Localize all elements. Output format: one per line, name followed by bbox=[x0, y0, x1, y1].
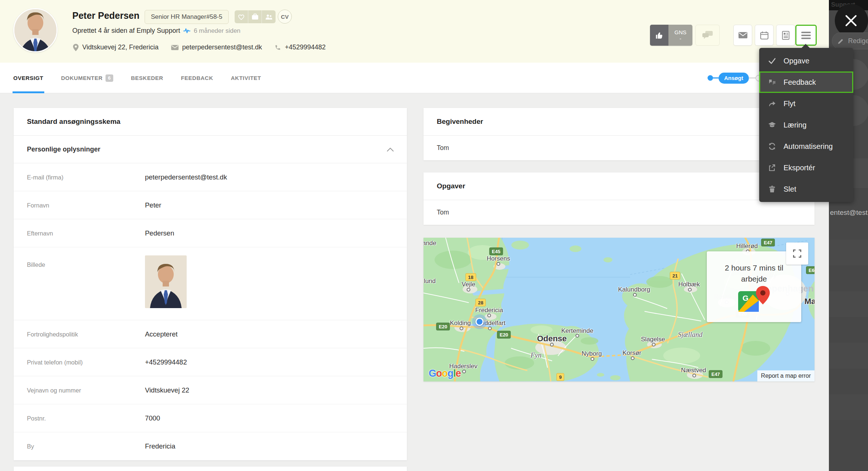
role-badge: Senior HR Manager#58-5 bbox=[145, 10, 229, 24]
export-icon bbox=[768, 164, 776, 171]
map-fullscreen-button[interactable] bbox=[786, 243, 808, 265]
close-panel-button[interactable] bbox=[841, 10, 861, 31]
heart-icon bbox=[238, 14, 245, 20]
pencil-icon bbox=[837, 38, 844, 45]
chat-button[interactable] bbox=[695, 25, 720, 46]
map-road-badge: E47 bbox=[761, 238, 775, 246]
hamburger-icon bbox=[801, 32, 811, 39]
cv-badge[interactable]: CV bbox=[278, 10, 292, 24]
field-row: Vejnavn og nummer Vidtskuevej 22 bbox=[14, 376, 407, 404]
field-row: E-mail (firma) peterpedersentest@test.dk bbox=[14, 163, 407, 191]
map-pin-icon bbox=[756, 286, 770, 304]
map-label: Sjælland bbox=[678, 331, 703, 339]
send-email-button[interactable] bbox=[733, 25, 752, 46]
tab-aktivitet[interactable]: AKTIVITET bbox=[231, 63, 261, 93]
chevron-up-icon bbox=[387, 147, 394, 151]
map-label: Fredericia bbox=[475, 307, 503, 314]
trash-icon bbox=[768, 185, 776, 193]
briefcase-icon bbox=[252, 14, 259, 20]
map-city-marker bbox=[462, 370, 466, 373]
field-row: Fornavn Peter bbox=[14, 191, 407, 219]
gns-score-button[interactable]: GNS - bbox=[668, 25, 692, 46]
field-row-photo: Billede bbox=[14, 247, 407, 320]
activity-time: 6 måneder siden bbox=[194, 27, 241, 35]
menu-item-eksporter[interactable]: Eksportér bbox=[759, 157, 853, 178]
page-title: Peter Pedersen bbox=[72, 10, 139, 21]
dimmed-row bbox=[829, 291, 868, 317]
map-label: lund bbox=[424, 278, 436, 285]
job-button[interactable] bbox=[248, 10, 262, 23]
menu-item-flyt[interactable]: Flyt bbox=[759, 93, 853, 114]
map-city-marker bbox=[633, 293, 637, 297]
favorite-button[interactable] bbox=[235, 10, 248, 23]
notes-button[interactable] bbox=[776, 25, 795, 46]
events-card-title: Begivenheder bbox=[423, 108, 815, 136]
field-row: Fortrolighedspolitik Accepteret bbox=[14, 320, 407, 348]
thumbs-up-button[interactable] bbox=[650, 25, 668, 46]
map-report-link[interactable]: Report a map error bbox=[757, 370, 815, 381]
map-road-badge: E20 bbox=[497, 331, 511, 339]
document-icon bbox=[782, 31, 789, 40]
map-label: Slagelse bbox=[641, 336, 665, 343]
map-city-marker bbox=[591, 357, 594, 361]
tab-bar: OVERSIGT DOKUMENTER6 BESKEDER FEEDBACK A… bbox=[0, 63, 829, 93]
avatar[interactable] bbox=[13, 8, 58, 52]
envelope-icon bbox=[171, 45, 179, 50]
move-arrow-icon bbox=[768, 100, 776, 107]
email-text[interactable]: peterpedersentest@test.dk bbox=[182, 43, 262, 51]
recruitment-stage-stepper: Ansøgt bbox=[708, 63, 762, 93]
chat-bubbles-icon bbox=[702, 31, 713, 40]
people-button[interactable] bbox=[262, 10, 276, 23]
map-city-marker bbox=[460, 327, 463, 330]
actions-dropdown: Opgave Feedback Flyt Læring Automatiseri… bbox=[759, 48, 853, 202]
map-label: Kalundborg bbox=[618, 286, 650, 293]
menu-item-laering[interactable]: Læring bbox=[759, 114, 853, 136]
edit-button[interactable]: Rediger bbox=[832, 32, 868, 49]
tab-feedback[interactable]: FEEDBACK bbox=[181, 63, 213, 93]
map-city-marker bbox=[497, 262, 500, 266]
map-label: Hillerød bbox=[736, 243, 758, 250]
phone-text[interactable]: +4529994482 bbox=[285, 43, 326, 51]
map-city-marker bbox=[631, 356, 634, 360]
location-map[interactable]: randelundHorsensVejleFredericiaKoldingMi… bbox=[423, 238, 815, 381]
field-row: By Fredericia bbox=[14, 432, 407, 460]
map-city-marker bbox=[688, 288, 692, 292]
section-personal-info[interactable]: Personlige oplysninger bbox=[14, 136, 407, 163]
map-road-badge: E45 bbox=[489, 248, 503, 255]
dimmed-row bbox=[829, 394, 868, 420]
travel-time-line2: arbejde bbox=[707, 273, 801, 285]
location-pin-icon bbox=[73, 44, 79, 51]
stage-badge[interactable]: Ansøgt bbox=[719, 73, 749, 84]
map-road-badge: E20 bbox=[436, 322, 450, 330]
mail-icon bbox=[739, 32, 747, 38]
tab-beskeder[interactable]: BESKEDER bbox=[131, 63, 163, 93]
map-city-marker bbox=[487, 314, 491, 317]
tab-dokumenter[interactable]: DOKUMENTER6 bbox=[61, 63, 114, 93]
rating-group: GNS - bbox=[650, 25, 692, 46]
menu-item-feedback[interactable]: Feedback bbox=[759, 71, 853, 93]
sync-icon bbox=[768, 143, 776, 150]
menu-item-opgave[interactable]: Opgave bbox=[759, 50, 853, 71]
tabs: OVERSIGT DOKUMENTER6 BESKEDER FEEDBACK A… bbox=[13, 63, 261, 93]
contact-row: Vidtskuevej 22, Fredericia peterpedersen… bbox=[73, 43, 326, 51]
tab-oversigt[interactable]: OVERSIGT bbox=[13, 63, 44, 93]
map-road-badge: E47 bbox=[709, 370, 722, 378]
field-row: Efternavn Pedersen bbox=[14, 219, 407, 247]
map-city-marker bbox=[652, 343, 656, 346]
calendar-button[interactable] bbox=[755, 25, 774, 46]
quick-actions-group bbox=[235, 10, 276, 23]
more-actions-button[interactable] bbox=[795, 25, 817, 46]
thumbs-up-icon bbox=[655, 31, 663, 39]
map-city-marker bbox=[467, 288, 470, 292]
person-photo bbox=[14, 9, 56, 51]
menu-item-slet[interactable]: Slet bbox=[759, 178, 853, 200]
field-row: Postnr. 7000 bbox=[14, 404, 407, 432]
map-label: Odense bbox=[537, 334, 567, 343]
menu-item-automatisering[interactable]: Automatisering bbox=[759, 136, 853, 157]
profile-header: Peter Pedersen Senior HR Manager#58-5 CV… bbox=[0, 0, 829, 63]
dimmed-row bbox=[829, 240, 868, 265]
svg-text:G: G bbox=[743, 294, 748, 302]
app-window: Peter Pedersen Senior HR Manager#58-5 CV… bbox=[0, 0, 868, 471]
fullscreen-icon bbox=[792, 249, 802, 258]
users-icon bbox=[265, 14, 273, 20]
